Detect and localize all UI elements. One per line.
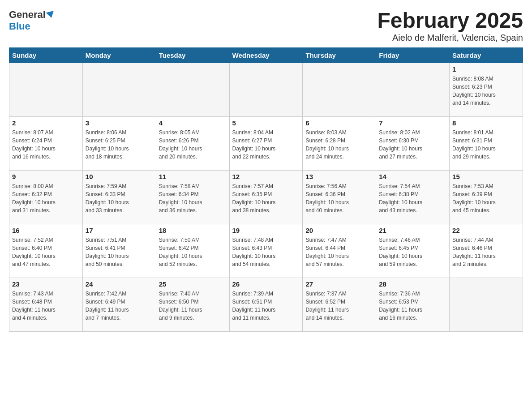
day-number: 22 [452, 227, 520, 234]
logo-triangle-icon [46, 11, 55, 19]
day-info: Sunrise: 7:44 AMSunset: 6:46 PMDaylight:… [452, 236, 520, 268]
calendar-cell: 27Sunrise: 7:37 AMSunset: 6:52 PMDayligh… [303, 278, 376, 331]
day-number: 8 [452, 119, 520, 127]
header-monday: Monday [82, 47, 156, 63]
header-thursday: Thursday [303, 47, 376, 63]
day-info: Sunrise: 8:01 AMSunset: 6:31 PMDaylight:… [452, 128, 520, 161]
calendar-cell [156, 63, 229, 116]
header-row: SundayMondayTuesdayWednesdayThursdayFrid… [9, 47, 523, 63]
day-info: Sunrise: 7:43 AMSunset: 6:48 PMDaylight:… [12, 290, 80, 322]
day-info: Sunrise: 7:53 AMSunset: 6:39 PMDaylight:… [452, 182, 520, 214]
calendar-cell: 22Sunrise: 7:44 AMSunset: 6:46 PMDayligh… [450, 224, 523, 278]
day-info: Sunrise: 8:04 AMSunset: 6:27 PMDaylight:… [232, 128, 300, 161]
day-number: 23 [12, 280, 80, 288]
day-number: 18 [159, 227, 227, 234]
calendar-cell: 24Sunrise: 7:42 AMSunset: 6:49 PMDayligh… [82, 278, 156, 331]
day-info: Sunrise: 7:58 AMSunset: 6:34 PMDaylight:… [159, 182, 227, 214]
week-row-2: 9Sunrise: 8:00 AMSunset: 6:32 PMDaylight… [9, 170, 523, 224]
calendar-title: February 2025 [377, 9, 523, 33]
calendar-body: 1Sunrise: 8:08 AMSunset: 6:23 PMDaylight… [9, 63, 523, 331]
day-number: 3 [86, 119, 153, 127]
day-number: 21 [379, 227, 446, 234]
calendar-cell [9, 63, 83, 116]
calendar-cell: 11Sunrise: 7:58 AMSunset: 6:34 PMDayligh… [156, 170, 229, 224]
day-info: Sunrise: 8:05 AMSunset: 6:26 PMDaylight:… [159, 128, 227, 161]
day-number: 24 [86, 280, 153, 288]
title-block: February 2025 Aielo de Malferit, Valenci… [377, 9, 523, 43]
day-info: Sunrise: 7:54 AMSunset: 6:38 PMDaylight:… [379, 182, 446, 214]
day-number: 17 [86, 227, 153, 234]
calendar-cell: 14Sunrise: 7:54 AMSunset: 6:38 PMDayligh… [376, 170, 450, 224]
header-tuesday: Tuesday [156, 47, 229, 63]
day-number: 13 [305, 173, 373, 180]
week-row-4: 23Sunrise: 7:43 AMSunset: 6:48 PMDayligh… [9, 278, 523, 331]
calendar-cell [82, 63, 156, 116]
day-number: 10 [86, 173, 153, 180]
week-row-3: 16Sunrise: 7:52 AMSunset: 6:40 PMDayligh… [9, 224, 523, 278]
header-friday: Friday [376, 47, 450, 63]
day-number: 14 [379, 173, 446, 180]
day-info: Sunrise: 7:42 AMSunset: 6:49 PMDaylight:… [86, 290, 153, 322]
calendar-cell: 9Sunrise: 8:00 AMSunset: 6:32 PMDaylight… [9, 170, 83, 224]
day-number: 25 [159, 280, 227, 288]
day-info: Sunrise: 7:52 AMSunset: 6:40 PMDaylight:… [12, 236, 80, 268]
day-number: 26 [232, 280, 300, 288]
calendar-cell: 12Sunrise: 7:57 AMSunset: 6:35 PMDayligh… [229, 170, 303, 224]
day-info: Sunrise: 7:36 AMSunset: 6:53 PMDaylight:… [379, 290, 446, 322]
calendar-cell: 3Sunrise: 8:06 AMSunset: 6:25 PMDaylight… [82, 116, 156, 170]
calendar-cell [303, 63, 376, 116]
calendar-cell: 8Sunrise: 8:01 AMSunset: 6:31 PMDaylight… [450, 116, 523, 170]
day-info: Sunrise: 8:00 AMSunset: 6:32 PMDaylight:… [12, 182, 80, 214]
calendar-cell: 28Sunrise: 7:36 AMSunset: 6:53 PMDayligh… [376, 278, 450, 331]
day-info: Sunrise: 7:56 AMSunset: 6:36 PMDaylight:… [305, 182, 373, 214]
logo-general-text: General [9, 9, 46, 21]
calendar-cell: 18Sunrise: 7:50 AMSunset: 6:42 PMDayligh… [156, 224, 229, 278]
day-number: 20 [305, 227, 373, 234]
day-info: Sunrise: 7:48 AMSunset: 6:43 PMDaylight:… [232, 236, 300, 268]
day-number: 16 [12, 227, 80, 234]
day-info: Sunrise: 7:39 AMSunset: 6:51 PMDaylight:… [232, 290, 300, 322]
calendar-header: SundayMondayTuesdayWednesdayThursdayFrid… [9, 47, 523, 63]
calendar-cell: 15Sunrise: 7:53 AMSunset: 6:39 PMDayligh… [450, 170, 523, 224]
day-number: 5 [232, 119, 300, 127]
day-number: 6 [305, 119, 373, 127]
day-info: Sunrise: 8:07 AMSunset: 6:24 PMDaylight:… [12, 128, 80, 161]
calendar-cell: 7Sunrise: 8:02 AMSunset: 6:30 PMDaylight… [376, 116, 450, 170]
day-number: 9 [12, 173, 80, 180]
week-row-1: 2Sunrise: 8:07 AMSunset: 6:24 PMDaylight… [9, 116, 523, 170]
page-header: General Blue February 2025 Aielo de Malf… [9, 9, 523, 43]
day-number: 19 [232, 227, 300, 234]
calendar-table: SundayMondayTuesdayWednesdayThursdayFrid… [9, 47, 523, 332]
calendar-cell: 5Sunrise: 8:04 AMSunset: 6:27 PMDaylight… [229, 116, 303, 170]
calendar-cell: 16Sunrise: 7:52 AMSunset: 6:40 PMDayligh… [9, 224, 83, 278]
calendar-cell [229, 63, 303, 116]
calendar-cell: 2Sunrise: 8:07 AMSunset: 6:24 PMDaylight… [9, 116, 83, 170]
day-number: 1 [452, 65, 520, 73]
day-number: 27 [305, 280, 373, 288]
logo-blue-text: Blue [9, 21, 30, 32]
calendar-cell: 13Sunrise: 7:56 AMSunset: 6:36 PMDayligh… [303, 170, 376, 224]
header-sunday: Sunday [9, 47, 83, 63]
day-info: Sunrise: 7:47 AMSunset: 6:44 PMDaylight:… [305, 236, 373, 268]
day-info: Sunrise: 8:08 AMSunset: 6:23 PMDaylight:… [452, 75, 520, 107]
calendar-cell: 19Sunrise: 7:48 AMSunset: 6:43 PMDayligh… [229, 224, 303, 278]
calendar-cell [376, 63, 450, 116]
calendar-cell: 23Sunrise: 7:43 AMSunset: 6:48 PMDayligh… [9, 278, 83, 331]
day-number: 7 [379, 119, 446, 127]
day-info: Sunrise: 7:40 AMSunset: 6:50 PMDaylight:… [159, 290, 227, 322]
day-number: 4 [159, 119, 227, 127]
calendar-cell: 4Sunrise: 8:05 AMSunset: 6:26 PMDaylight… [156, 116, 229, 170]
day-number: 28 [379, 280, 446, 288]
day-info: Sunrise: 8:02 AMSunset: 6:30 PMDaylight:… [379, 128, 446, 161]
day-info: Sunrise: 7:50 AMSunset: 6:42 PMDaylight:… [159, 236, 227, 268]
calendar-cell: 1Sunrise: 8:08 AMSunset: 6:23 PMDaylight… [450, 63, 523, 116]
day-info: Sunrise: 8:03 AMSunset: 6:28 PMDaylight:… [305, 128, 373, 161]
header-saturday: Saturday [450, 47, 523, 63]
week-row-0: 1Sunrise: 8:08 AMSunset: 6:23 PMDaylight… [9, 63, 523, 116]
day-info: Sunrise: 7:37 AMSunset: 6:52 PMDaylight:… [305, 290, 373, 322]
day-number: 15 [452, 173, 520, 180]
day-info: Sunrise: 7:51 AMSunset: 6:41 PMDaylight:… [86, 236, 153, 268]
day-number: 11 [159, 173, 227, 180]
day-info: Sunrise: 7:59 AMSunset: 6:33 PMDaylight:… [86, 182, 153, 214]
logo: General Blue [9, 9, 55, 32]
